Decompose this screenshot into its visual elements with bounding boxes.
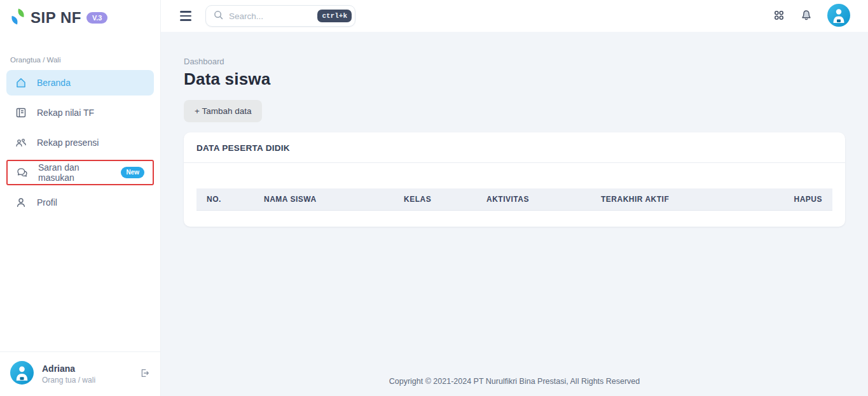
app-root: SIP NF V.3 Orangtua / Wali Beranda [0,0,868,396]
apps-grid-button[interactable] [773,9,785,24]
sidebar-item-rekap-nilai-tf[interactable]: Rekap nilai TF [6,100,154,125]
sidebar-nav: Beranda Rekap nilai TF [0,70,160,215]
sidebar-user-panel: Adriana Orang tua / wali [0,351,160,396]
sidebar-item-label: Beranda [37,78,71,88]
search-input[interactable] [229,11,312,21]
breadcrumb: Dashboard [184,57,845,66]
students-table: NO. NAMA SISWA KELAS AKTIVITAS TERAKHIR … [196,188,832,211]
main-area: ctrl+k [161,0,868,396]
sidebar-item-label: Rekap nilai TF [37,108,94,118]
sidebar-item-rekap-presensi[interactable]: Rekap presensi [6,130,154,155]
logout-icon [139,367,150,381]
sidebar-item-saran-dan-masukan[interactable]: Saran dan masukan New [6,160,154,185]
profile-avatar-button[interactable] [827,4,850,29]
apps-grid-icon [773,9,785,24]
tambah-data-button[interactable]: + Tambah data [184,100,262,122]
sidebar-user-info: Adriana Orang tua / wali [42,364,95,385]
notifications-button[interactable] [800,9,813,24]
brand-logo[interactable]: SIP NF V.3 [0,0,160,33]
copyright-footer: Copyright © 2021-2024 PT Nurulfikri Bina… [184,368,845,396]
card-title: DATA PESERTA DIDIK [196,143,290,153]
topbar-actions [773,4,850,29]
sidebar-item-label: Rekap presensi [37,138,99,148]
card-body: NO. NAMA SISWA KELAS AKTIVITAS TERAKHIR … [184,163,845,227]
user-role: Orang tua / wali [42,376,95,385]
card-header: DATA PESERTA DIDIK [184,132,845,163]
column-header-hapus: HAPUS [769,188,832,211]
page-title: Data siswa [184,69,845,89]
brand-name: SIP NF [31,9,81,27]
user-name: Adriana [42,364,95,374]
avatar[interactable] [10,361,34,387]
avatar [827,4,850,29]
content-area: Dashboard Data siswa + Tambah data DATA … [161,32,868,396]
search-box[interactable]: ctrl+k [205,5,355,27]
search-shortcut-badge: ctrl+k [317,10,352,22]
leaf-logo-icon [10,8,25,28]
topbar: ctrl+k [161,0,868,32]
column-header-kelas: KELAS [394,188,476,211]
sidebar-item-profil[interactable]: Profil [6,190,154,215]
sidebar-item-label: Saran dan masukan [38,162,111,183]
bell-icon [800,9,813,24]
sidebar: SIP NF V.3 Orangtua / Wali Beranda [0,0,161,396]
data-peserta-didik-card: DATA PESERTA DIDIK NO. NAMA SISWA KELAS … [184,132,845,227]
sidebar-item-beranda[interactable]: Beranda [6,70,154,95]
search-icon [213,10,224,23]
table-header-row: NO. NAMA SISWA KELAS AKTIVITAS TERAKHIR … [196,188,832,211]
user-icon [15,196,27,209]
chat-icon [16,166,29,179]
students-table-head: NO. NAMA SISWA KELAS AKTIVITAS TERAKHIR … [196,188,832,211]
column-header-nama-siswa: NAMA SISWA [254,188,394,211]
home-icon [15,76,27,89]
sidebar-item-label: Profil [37,197,57,208]
version-badge: V.3 [86,12,108,24]
sidebar-section-label: Orangtua / Wali [0,33,160,70]
new-badge: New [121,167,144,178]
book-icon [15,106,27,119]
column-header-terakhir-aktif: TERAKHIR AKTIF [591,188,769,211]
hamburger-menu-button[interactable] [180,8,191,23]
column-header-no: NO. [196,188,254,211]
users-icon [15,136,27,149]
column-header-aktivitas: AKTIVITAS [476,188,591,211]
logout-button[interactable] [139,367,150,381]
